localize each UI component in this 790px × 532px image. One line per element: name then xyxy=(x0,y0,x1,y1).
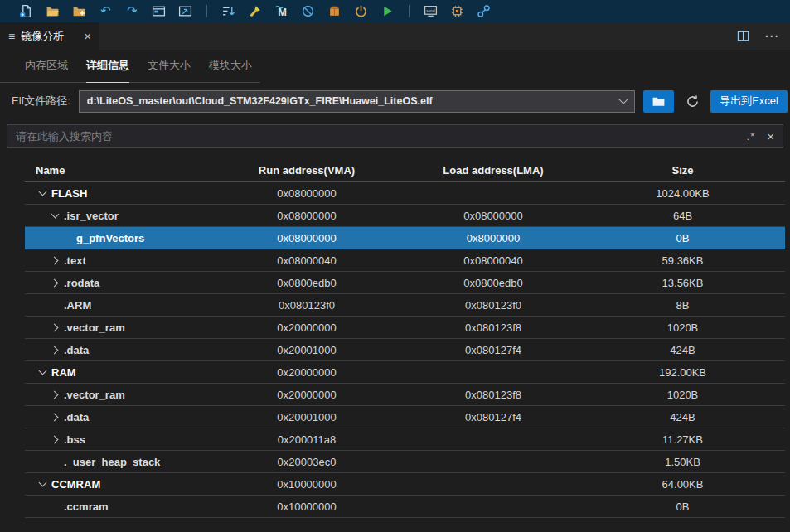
chevron-right-icon[interactable] xyxy=(48,343,61,356)
table-row[interactable]: .vector_ram0x200000000x080123f81020B xyxy=(25,384,785,406)
table-row[interactable]: g_pfnVectors0x080000000x80000000B xyxy=(25,227,785,249)
elf-path-label: Elf文件路径: xyxy=(12,94,70,109)
undo-icon[interactable] xyxy=(98,3,114,19)
close-icon[interactable] xyxy=(84,29,91,43)
split-editor-icon[interactable] xyxy=(735,28,751,44)
table-header: Name Run address(VMA) Load address(LMA) … xyxy=(25,158,785,182)
table-row[interactable]: .rodata0x0800edb00x0800edb013.56KB xyxy=(25,272,785,294)
vma-cell: 0x20001000 xyxy=(207,344,406,356)
open-window-icon[interactable] xyxy=(151,3,167,19)
list-icon xyxy=(8,30,15,43)
size-cell: 1024.00KB xyxy=(580,187,785,200)
lma-cell: 0x0800edb0 xyxy=(406,277,580,289)
size-cell: 11.27KB xyxy=(580,433,785,446)
vma-cell: 0x20000000 xyxy=(207,322,406,334)
chevron-right-icon[interactable] xyxy=(48,321,61,334)
sections-table: Name Run address(VMA) Load address(LMA) … xyxy=(25,158,785,518)
column-header-name[interactable]: Name xyxy=(25,164,207,177)
editor-tab-strip: 镜像分析 xyxy=(0,22,790,50)
clear-search-icon[interactable] xyxy=(767,129,774,143)
vma-cell: 0x20000000 xyxy=(207,366,406,379)
chip-flash-icon[interactable] xyxy=(449,3,465,19)
vma-cell: 0x200011a8 xyxy=(207,433,406,446)
section-name: .data xyxy=(64,344,89,356)
elf-path-value: d:\LiteOS_master\out\Cloud_STM32F429IGTx… xyxy=(87,95,613,107)
table-row[interactable]: .data0x200010000x080127f4424B xyxy=(25,339,785,361)
debug-link-icon[interactable] xyxy=(476,3,492,19)
column-header-size[interactable]: Size xyxy=(580,164,785,177)
column-header-lma[interactable]: Load address(LMA) xyxy=(406,164,580,177)
table-row[interactable]: .ccmram0x100000000B xyxy=(25,496,785,518)
chevron-down-icon[interactable] xyxy=(48,209,61,222)
more-actions-icon[interactable] xyxy=(764,27,778,45)
table-row[interactable]: .isr_vector0x080000000x0800000064B xyxy=(25,205,785,227)
redo-icon[interactable] xyxy=(124,3,140,19)
name-cell: FLASH xyxy=(25,186,207,200)
section-name: .ccmram xyxy=(64,501,108,513)
table-row[interactable]: .ARM0x080123f00x080123f08B xyxy=(25,294,785,317)
search-input[interactable] xyxy=(16,130,735,143)
table-row[interactable]: RAM0x20000000192.00KB xyxy=(25,361,785,384)
table-row[interactable]: FLASH0x080000001024.00KB xyxy=(25,182,785,205)
open-folder-icon[interactable] xyxy=(45,3,61,19)
section-name: g_pfnVectors xyxy=(76,232,144,244)
browse-folder-button[interactable] xyxy=(643,90,674,113)
tab-memory-region[interactable]: 内存区域 xyxy=(25,58,68,82)
size-cell: 13.56KB xyxy=(580,277,785,289)
column-header-vma[interactable]: Run address(VMA) xyxy=(207,164,406,177)
table-row[interactable]: CCMRAM0x1000000064.00KB xyxy=(25,473,785,496)
disable-icon[interactable] xyxy=(300,3,316,19)
m-build-icon[interactable] xyxy=(274,3,289,19)
lma-cell: 0x08000000 xyxy=(406,210,580,222)
vma-cell: 0x20001000 xyxy=(207,411,406,423)
lma-cell: 0x8000000 xyxy=(406,232,580,244)
chevron-down-icon[interactable] xyxy=(36,477,49,491)
name-cell: .bss xyxy=(25,433,207,446)
serial-monitor-icon[interactable] xyxy=(423,3,439,19)
table-row[interactable]: .bss0x200011a811.27KB xyxy=(25,428,785,451)
lma-cell: 0x080123f8 xyxy=(406,389,580,401)
size-cell: 1020B xyxy=(580,389,785,401)
chevron-down-icon[interactable] xyxy=(36,186,49,200)
add-folder-icon[interactable] xyxy=(71,3,87,19)
chevron-right-icon[interactable] xyxy=(48,410,61,423)
elf-path-select[interactable]: d:\LiteOS_master\out\Cloud_STM32F429IGTx… xyxy=(79,90,635,113)
lma-cell: 0x080123f0 xyxy=(406,299,580,312)
section-name: .vector_ram xyxy=(64,389,125,401)
refresh-button[interactable] xyxy=(682,91,702,111)
new-file-icon[interactable] xyxy=(18,3,34,19)
chevron-right-icon[interactable] xyxy=(48,433,61,446)
section-tabs: 内存区域详细信息文件大小模块大小 xyxy=(0,50,260,83)
pack-icon[interactable] xyxy=(327,3,342,19)
table-row[interactable]: .text0x080000400x0800004059.36KB xyxy=(25,249,785,272)
table-row[interactable]: .vector_ram0x200000000x080123f81020B xyxy=(25,317,785,339)
power-icon[interactable] xyxy=(353,3,369,19)
chevron-right-icon[interactable] xyxy=(48,254,61,267)
send-to-window-icon[interactable] xyxy=(177,3,193,19)
clean-icon[interactable] xyxy=(247,3,263,19)
lma-cell: 0x080127f4 xyxy=(406,411,580,423)
chevron-spacer xyxy=(61,231,74,244)
section-name: .ARM xyxy=(64,299,91,312)
vma-cell: 0x08000000 xyxy=(207,232,406,244)
size-cell: 64B xyxy=(580,210,785,222)
chevron-right-icon[interactable] xyxy=(48,276,61,289)
tab-file-size[interactable]: 文件大小 xyxy=(148,58,191,82)
size-cell: 192.00KB xyxy=(580,366,785,379)
table-row[interactable]: .data0x200010000x080127f4424B xyxy=(25,406,785,428)
regex-icon[interactable]: .* xyxy=(747,130,756,143)
size-cell: 1020B xyxy=(580,322,785,334)
section-name: RAM xyxy=(51,366,76,379)
chevron-right-icon[interactable] xyxy=(48,388,61,401)
tab-image-analysis[interactable]: 镜像分析 xyxy=(0,22,99,50)
run-icon[interactable] xyxy=(380,3,395,19)
main-toolbar xyxy=(0,0,790,22)
chevron-down-icon[interactable] xyxy=(36,365,49,379)
export-excel-button[interactable]: 导出到Excel xyxy=(710,90,788,113)
sort-lines-icon[interactable] xyxy=(221,3,236,19)
table-row[interactable]: ._user_heap_stack0x20003ec01.50KB xyxy=(25,451,785,473)
tab-module-size[interactable]: 模块大小 xyxy=(209,58,252,82)
section-name: FLASH xyxy=(51,187,87,200)
tab-detail-info[interactable]: 详细信息 xyxy=(86,58,129,83)
section-name: .rodata xyxy=(64,277,99,289)
